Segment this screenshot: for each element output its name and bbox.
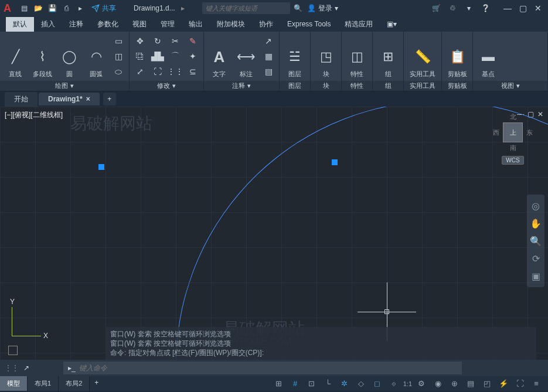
- arc-button[interactable]: ◠圆弧: [83, 34, 109, 79]
- annotation-monitor-icon[interactable]: ◉: [431, 378, 445, 390]
- layout-2[interactable]: 布局2: [59, 376, 90, 391]
- layer-button[interactable]: ☱图层: [282, 34, 308, 79]
- qat-more-icon[interactable]: ▸: [74, 2, 87, 15]
- array-icon[interactable]: ⋮⋮: [167, 64, 183, 79]
- layout-1[interactable]: 布局1: [28, 376, 59, 391]
- tab-drawing1[interactable]: Drawing1*×: [39, 93, 100, 105]
- mtext-icon[interactable]: ▤: [260, 64, 277, 79]
- close-button[interactable]: ✕: [532, 2, 544, 15]
- osnap-icon[interactable]: ◻: [370, 378, 384, 390]
- customize-icon[interactable]: ≡: [529, 378, 543, 390]
- move-icon[interactable]: ✥: [132, 34, 148, 48]
- breadcrumb-arrow[interactable]: ▸: [181, 4, 185, 12]
- zoom-icon[interactable]: 🔍: [529, 234, 542, 247]
- showmotion-icon[interactable]: ▣: [529, 270, 542, 282]
- panel-draw-title[interactable]: 绘图 ▾: [0, 81, 129, 91]
- polar-icon[interactable]: ✲: [338, 378, 352, 390]
- command-input-wrap[interactable]: ▸_: [63, 362, 462, 374]
- cmd-handle-icon[interactable]: ⋮⋮: [5, 364, 19, 372]
- annotation-scale-icon[interactable]: ⟐: [387, 378, 401, 390]
- circle-button[interactable]: ◯圆: [56, 34, 82, 79]
- tab-express[interactable]: Express Tools: [280, 18, 338, 30]
- tab-manage[interactable]: 管理: [154, 17, 182, 32]
- search-box[interactable]: [202, 2, 290, 14]
- trim-icon[interactable]: ✂: [167, 34, 183, 48]
- erase-icon[interactable]: ✎: [185, 34, 201, 48]
- open-icon[interactable]: 📂: [32, 2, 45, 15]
- snap-icon[interactable]: ⊡: [305, 378, 319, 390]
- tab-view[interactable]: 视图: [125, 17, 154, 32]
- polyline-button[interactable]: ⌇多段线: [29, 34, 55, 79]
- tab-addins[interactable]: 附加模块: [210, 17, 252, 32]
- isodraft-icon[interactable]: ◇: [354, 378, 368, 390]
- tab-annotate[interactable]: 注释: [62, 17, 90, 32]
- cmd-recent-icon[interactable]: ↗: [23, 364, 29, 372]
- isolate-icon[interactable]: ◰: [480, 378, 494, 390]
- panel-annot-title[interactable]: 注释 ▾: [204, 81, 279, 91]
- app-icon[interactable]: ♲: [446, 2, 459, 15]
- dropdown-icon[interactable]: ▾: [462, 2, 475, 15]
- ortho-icon[interactable]: └: [321, 378, 335, 390]
- util-button[interactable]: 📏实用工具: [406, 34, 439, 79]
- stretch-icon[interactable]: ⤢: [132, 64, 148, 79]
- grip-handle[interactable]: [332, 159, 338, 165]
- block-button[interactable]: ◳块: [313, 34, 339, 79]
- model-space-icon[interactable]: ⊞: [272, 378, 286, 390]
- leader-icon[interactable]: ↗: [260, 34, 277, 48]
- grip-handle[interactable]: [98, 164, 104, 170]
- viewcube-top[interactable]: 上: [503, 122, 523, 142]
- fillet-icon[interactable]: ⌒: [167, 49, 183, 63]
- workspace-icon[interactable]: ⚙: [414, 378, 428, 390]
- tab-focus-icon[interactable]: ▣▾: [380, 18, 404, 30]
- help-icon[interactable]: ❔: [479, 2, 492, 15]
- quickprops-icon[interactable]: ▤: [464, 378, 478, 390]
- offset-icon[interactable]: ⊆: [185, 64, 201, 79]
- mirror-icon[interactable]: ▟▙: [149, 49, 166, 63]
- minimize-button[interactable]: —: [501, 2, 514, 15]
- search-input[interactable]: [206, 5, 287, 12]
- command-input[interactable]: [79, 364, 457, 372]
- props-button[interactable]: ◫特性: [344, 34, 370, 79]
- grid-toggle-icon[interactable]: #: [288, 378, 302, 390]
- tab-start[interactable]: 开始: [5, 92, 38, 107]
- cleanscreen-icon[interactable]: ⛶: [513, 378, 527, 390]
- orbit-icon[interactable]: ⟳: [529, 252, 542, 265]
- panel-view-title[interactable]: 视图 ▾: [473, 81, 547, 91]
- saveas-icon[interactable]: ⎙: [60, 2, 73, 15]
- clip-button[interactable]: 📋剪贴板: [444, 34, 470, 79]
- scale-label[interactable]: 1:1: [403, 378, 412, 390]
- copy-icon[interactable]: ⿻: [132, 49, 148, 63]
- tab-insert[interactable]: 插入: [34, 17, 62, 32]
- tab-close-icon[interactable]: ×: [86, 95, 90, 103]
- rotate-icon[interactable]: ↻: [149, 34, 166, 48]
- base-button[interactable]: ▬基点: [475, 34, 501, 79]
- ellipse-icon[interactable]: ⬭: [110, 64, 127, 79]
- wheel-icon[interactable]: ◎: [529, 199, 542, 212]
- hardware-accel-icon[interactable]: ⚡: [496, 378, 510, 390]
- tab-default[interactable]: 默认: [6, 17, 34, 32]
- units-icon[interactable]: ⊕: [447, 378, 461, 390]
- tab-parametric[interactable]: 参数化: [90, 17, 125, 32]
- viewport-label[interactable]: [−][俯视][二维线框]: [5, 110, 63, 120]
- ucs-origin-icon[interactable]: [8, 346, 18, 355]
- tab-collab[interactable]: 协作: [252, 17, 280, 32]
- new-icon[interactable]: ▤: [18, 2, 30, 15]
- tab-output[interactable]: 输出: [182, 17, 210, 32]
- layout-model[interactable]: 模型: [0, 376, 28, 391]
- vp-close-icon[interactable]: ✕: [537, 110, 543, 118]
- panel-modify-title[interactable]: 修改 ▾: [130, 81, 203, 91]
- login-button[interactable]: 👤 登录 ▾: [307, 4, 338, 13]
- maximize-button[interactable]: ▢: [516, 2, 529, 15]
- explode-icon[interactable]: ✦: [185, 49, 201, 63]
- scale-icon[interactable]: ⛶: [149, 64, 166, 79]
- rect-icon[interactable]: ▭: [110, 34, 127, 48]
- save-icon[interactable]: 💾: [46, 2, 59, 15]
- table-icon[interactable]: ▦: [260, 49, 277, 63]
- line-button[interactable]: ╱直线: [2, 34, 28, 79]
- layout-add-button[interactable]: +: [90, 376, 103, 391]
- hatch-icon[interactable]: ◫: [110, 49, 127, 63]
- wcs-badge[interactable]: WCS: [502, 156, 523, 165]
- share-button[interactable]: 共享: [91, 4, 116, 13]
- cart-icon[interactable]: 🛒: [430, 2, 443, 15]
- text-button[interactable]: A文字: [206, 34, 232, 79]
